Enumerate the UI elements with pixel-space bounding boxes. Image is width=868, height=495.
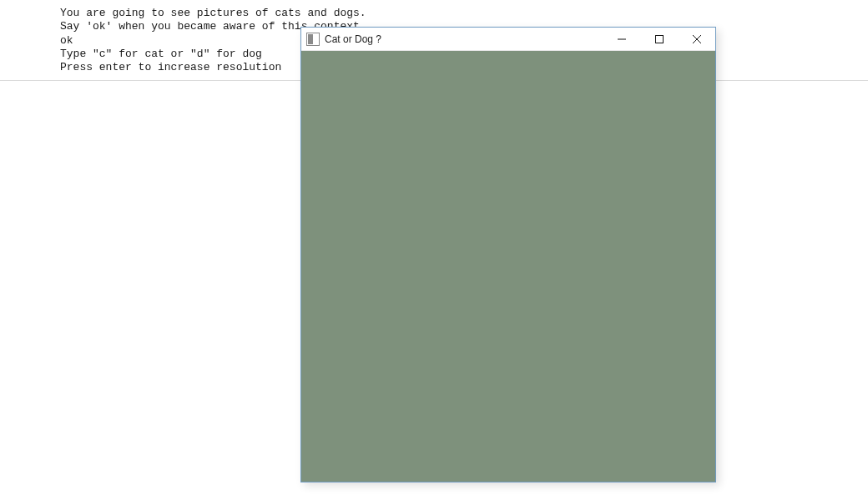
close-icon	[693, 35, 701, 43]
image-window[interactable]: Cat or Dog ?	[300, 27, 716, 482]
minimize-button[interactable]	[603, 28, 640, 50]
maximize-icon	[655, 35, 664, 43]
app-icon	[306, 33, 320, 46]
window-controls	[603, 28, 715, 50]
svg-rect-1	[655, 35, 663, 43]
close-button[interactable]	[678, 28, 715, 50]
image-canvas[interactable]	[301, 51, 715, 482]
minimize-icon	[618, 35, 626, 43]
console-line: You are going to see pictures of cats an…	[60, 7, 868, 20]
maximize-button[interactable]	[640, 28, 678, 50]
window-title: Cat or Dog ?	[325, 33, 381, 45]
window-titlebar[interactable]: Cat or Dog ?	[301, 28, 715, 51]
